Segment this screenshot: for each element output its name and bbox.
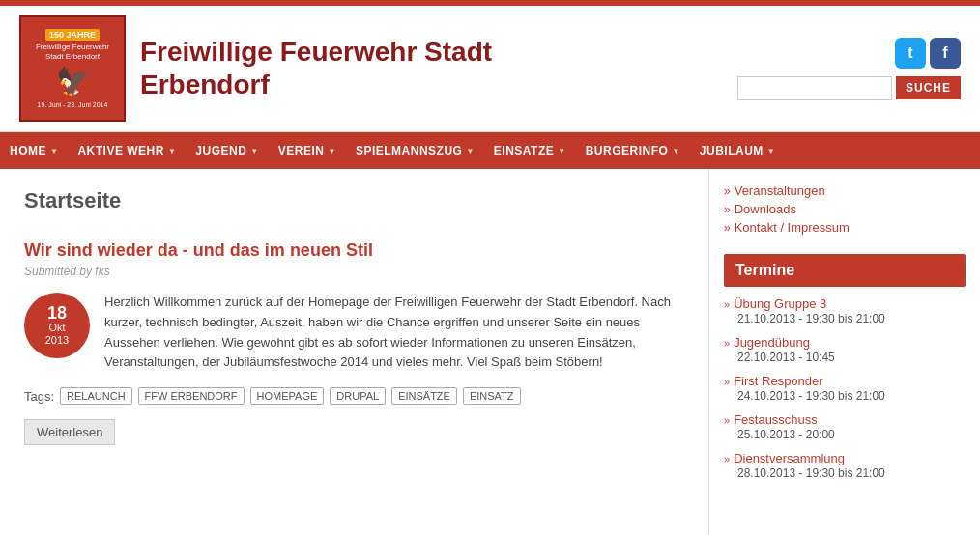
year-badge: 150 JAHRE: [45, 29, 100, 41]
sidebar-links: » Veranstaltungen » Downloads » Kontakt …: [724, 183, 966, 235]
nav-arrow-verein: ▼: [328, 147, 335, 155]
tags-row: Tags: RELAUNCH FFW ERBENDORF HOMEPAGE DR…: [24, 387, 684, 405]
termine-item-title-3: » Festausschuss: [724, 412, 966, 427]
termine-item-0: » Übung Gruppe 3 21.10.2013 - 19:30 bis …: [724, 296, 966, 325]
sidebar-link-item-kontakt: » Kontakt / Impressum: [724, 220, 966, 235]
termine-item-1: » Jugendübung 22.10.2013 - 10:45: [724, 335, 966, 364]
chevron-right-icon-2: »: [724, 203, 731, 216]
termine-date-4: 28.10.2013 - 19:30 bis 21:00: [737, 466, 966, 480]
facebook-icon[interactable]: f: [930, 38, 961, 69]
nav-arrow-burgerinfo: ▼: [672, 147, 679, 155]
nav-item-home[interactable]: HOME ▼: [0, 132, 68, 169]
sidebar-link-kontakt[interactable]: Kontakt / Impressum: [735, 220, 850, 235]
termine-link-4[interactable]: Dienstversammlung: [734, 451, 845, 465]
nav-item-spielmannszug[interactable]: SPIELMANNSZUG ▼: [346, 132, 484, 169]
twitter-icon[interactable]: t: [895, 38, 926, 69]
nav-item-burgerinfo[interactable]: BURGERINFO ▼: [576, 132, 690, 169]
nav-item-jugend[interactable]: JUGEND ▼: [186, 132, 268, 169]
nav-arrow-jubilaum: ▼: [767, 147, 775, 155]
logo-dates: 19. Juni - 23. Juni 2014: [38, 101, 108, 108]
nav-item-einsatze[interactable]: EINSATZE ▼: [484, 132, 576, 169]
weiterlesen-button[interactable]: Weiterlesen: [24, 419, 115, 445]
chevron-right-icon-3: »: [724, 221, 731, 235]
termine-date-0: 21.10.2013 - 19:30 bis 21:00: [737, 312, 966, 325]
termine-arrow-0: »: [724, 298, 730, 310]
logo-text: Freiwillige Feuerwehr Stadt Erbendorf: [36, 42, 109, 63]
tag-drupal[interactable]: DRUPAL: [330, 387, 386, 405]
sidebar-link-item-veranstaltungen: » Veranstaltungen: [724, 183, 966, 198]
termine-link-1[interactable]: Jugendübung: [734, 335, 810, 350]
date-year: 2013: [45, 334, 69, 347]
chevron-right-icon-1: »: [724, 184, 731, 198]
nav-arrow-home: ▼: [50, 147, 58, 155]
termine-item-3: » Festausschuss 25.10.2013 - 20:00: [724, 412, 966, 441]
submitted-by: Submitted by fks: [24, 265, 684, 278]
termine-link-2[interactable]: First Responder: [734, 374, 822, 388]
search-area: SUCHE: [737, 76, 961, 100]
tag-relaunch[interactable]: RELAUNCH: [60, 387, 132, 405]
tag-homepage[interactable]: HOMEPAGE: [250, 387, 325, 405]
termine-arrow-2: »: [724, 376, 730, 387]
termine-item-4: » Dienstversammlung 28.10.2013 - 19:30 b…: [724, 451, 966, 480]
termine-arrow-1: »: [724, 337, 730, 349]
date-badge: 18 Okt 2013: [24, 293, 90, 358]
logo: 150 JAHRE Freiwillige Feuerwehr Stadt Er…: [19, 15, 126, 122]
logo-icon: 🦅: [56, 66, 90, 98]
header-right: t f SUCHE: [737, 38, 961, 100]
termine-date-1: 22.10.2013 - 10:45: [737, 351, 966, 364]
nav-arrow-einsatze: ▼: [558, 147, 565, 155]
termine-heading: Termine: [724, 254, 966, 287]
article-title: Wir sind wieder da - und das im neuen St…: [24, 240, 684, 261]
nav-item-jubilaum[interactable]: JUBILAUM ▼: [690, 132, 785, 169]
termine-link-3[interactable]: Festausschuss: [734, 412, 818, 427]
termine-item-2: » First Responder 24.10.2013 - 19:30 bis…: [724, 374, 966, 403]
tag-einsatze[interactable]: EINSÄTZE: [391, 387, 457, 405]
social-icons: t f: [895, 38, 961, 69]
nav-arrow-spielmannszug: ▼: [466, 147, 474, 155]
termine-item-title-2: » First Responder: [724, 374, 966, 388]
tag-einsatz[interactable]: EINSATZ: [463, 387, 521, 405]
site-title: Freiwillige Feuerwehr Stadt Erbendorf: [140, 36, 492, 100]
page-title: Startseite: [24, 188, 684, 221]
nav-arrow-jugend: ▼: [250, 147, 258, 155]
header: 150 JAHRE Freiwillige Feuerwehr Stadt Er…: [0, 6, 980, 132]
termine-date-3: 25.10.2013 - 20:00: [737, 428, 966, 441]
sidebar-link-downloads[interactable]: Downloads: [735, 202, 796, 216]
search-button[interactable]: SUCHE: [896, 76, 961, 99]
nav-arrow-aktive-wehr: ▼: [168, 147, 176, 155]
content-left: Startseite Wir sind wieder da - und das …: [0, 169, 709, 535]
termine-item-title-0: » Übung Gruppe 3: [724, 296, 966, 311]
nav-item-verein[interactable]: VEREIN ▼: [269, 132, 346, 169]
nav-item-aktive-wehr[interactable]: AKTIVE WEHR ▼: [68, 132, 186, 169]
main-container: Startseite Wir sind wieder da - und das …: [0, 169, 980, 535]
article-body: 18 Okt 2013 Herzlich Willkommen zurück a…: [24, 293, 684, 373]
content-right: » Veranstaltungen » Downloads » Kontakt …: [709, 169, 980, 535]
tags-label: Tags:: [24, 389, 54, 404]
termine-arrow-4: »: [724, 453, 730, 465]
tag-ffw-erbendorf[interactable]: FFW ERBENDORF: [138, 387, 245, 405]
date-day: 18: [47, 304, 67, 322]
sidebar-link-veranstaltungen[interactable]: Veranstaltungen: [735, 183, 825, 198]
termine-link-0[interactable]: Übung Gruppe 3: [734, 296, 826, 311]
date-month: Okt: [48, 322, 65, 334]
article-text: Herzlich Willkommen zurück auf der Homep…: [104, 293, 684, 373]
termine-item-title-1: » Jugendübung: [724, 335, 966, 350]
termine-date-2: 24.10.2013 - 19:30 bis 21:00: [737, 389, 966, 403]
termine-item-title-4: » Dienstversammlung: [724, 451, 966, 465]
header-left: 150 JAHRE Freiwillige Feuerwehr Stadt Er…: [19, 15, 492, 122]
sidebar-link-item-downloads: » Downloads: [724, 202, 966, 216]
termine-arrow-3: »: [724, 414, 730, 426]
search-input[interactable]: [737, 76, 892, 100]
main-nav: HOME ▼ AKTIVE WEHR ▼ JUGEND ▼ VEREIN ▼ S…: [0, 132, 980, 169]
